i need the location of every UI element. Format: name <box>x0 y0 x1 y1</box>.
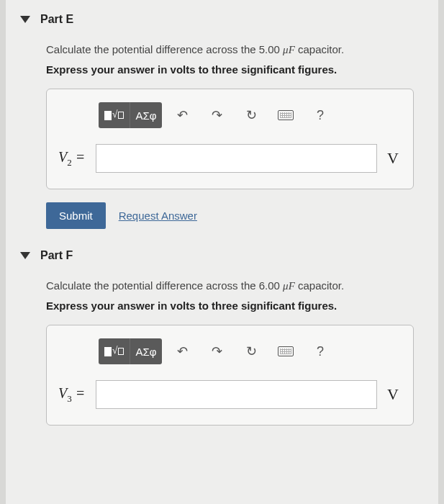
template-button[interactable]: √ <box>99 102 130 128</box>
reset-button[interactable]: ↻ <box>237 338 266 364</box>
part-f-answer-box: √ ΑΣφ ↶ ↷ ↻ ? <box>46 325 414 426</box>
reset-icon: ↻ <box>246 343 257 359</box>
unit-label: V <box>384 149 402 168</box>
collapse-icon <box>20 252 30 259</box>
undo-button[interactable]: ↶ <box>168 338 196 364</box>
template-button[interactable]: √ <box>99 338 130 364</box>
undo-button[interactable]: ↶ <box>168 102 196 128</box>
keyboard-button[interactable] <box>271 102 300 128</box>
greek-button[interactable]: ΑΣφ <box>130 102 162 128</box>
math-tools-group: √ ΑΣφ <box>99 338 162 364</box>
part-e-title: Part E <box>40 13 73 26</box>
redo-button[interactable]: ↷ <box>202 102 231 128</box>
part-e-answer-box: √ ΑΣφ ↶ ↷ ↻ ? <box>46 89 414 189</box>
question-text-post: capacitor. <box>295 279 344 292</box>
part-e-instruction: Express your answer in volts to three si… <box>46 63 414 76</box>
part-f-question: Calculate the potential difference acros… <box>46 279 414 292</box>
part-f-body: Calculate the potential difference acros… <box>6 279 438 459</box>
keyboard-button[interactable] <box>271 338 300 364</box>
reset-icon: ↻ <box>246 107 257 123</box>
part-e-body: Calculate the potential difference acros… <box>6 43 438 249</box>
request-answer-link[interactable]: Request Answer <box>119 210 197 222</box>
part-f-input-row: V3 = V <box>58 380 402 409</box>
part-e-toolbar: √ ΑΣφ ↶ ↷ ↻ ? <box>99 102 402 128</box>
part-e-question: Calculate the potential difference acros… <box>46 43 414 56</box>
part-e-header[interactable]: Part E <box>6 13 438 43</box>
question-unit: μF <box>283 44 295 55</box>
template-icon: √ <box>104 346 124 357</box>
part-f-header[interactable]: Part F <box>6 249 438 279</box>
reset-button[interactable]: ↻ <box>237 102 266 128</box>
part-f-title: Part F <box>40 249 73 262</box>
part-e-actions: Submit Request Answer <box>46 202 414 229</box>
help-button[interactable]: ? <box>306 102 335 128</box>
variable-label: V3 = <box>58 385 89 405</box>
greek-icon: ΑΣφ <box>135 109 156 122</box>
submit-button[interactable]: Submit <box>46 202 106 229</box>
question-text-pre: Calculate the potential difference acros… <box>46 43 283 55</box>
answer-input[interactable] <box>96 144 377 173</box>
keyboard-icon <box>278 110 294 120</box>
part-f-instruction: Express your answer in volts to three si… <box>46 300 414 312</box>
collapse-icon <box>20 16 30 23</box>
greek-button[interactable]: ΑΣφ <box>130 338 162 364</box>
part-f-toolbar: √ ΑΣφ ↶ ↷ ↻ ? <box>99 338 402 364</box>
answer-input[interactable] <box>96 380 377 409</box>
redo-icon: ↷ <box>212 343 222 359</box>
help-icon: ? <box>317 108 324 123</box>
redo-icon: ↷ <box>212 107 222 123</box>
greek-icon: ΑΣφ <box>135 346 156 358</box>
question-text-pre: Calculate the potential difference acros… <box>46 279 283 292</box>
undo-icon: ↶ <box>177 343 188 359</box>
variable-label: V2 = <box>58 149 89 168</box>
question-unit: μF <box>283 280 295 292</box>
help-icon: ? <box>317 344 324 359</box>
math-tools-group: √ ΑΣφ <box>99 102 162 128</box>
template-icon: √ <box>104 109 124 121</box>
unit-label: V <box>384 385 402 404</box>
undo-icon: ↶ <box>177 107 188 123</box>
help-button[interactable]: ? <box>306 338 335 364</box>
part-e-input-row: V2 = V <box>58 144 402 173</box>
page-container: Part E Calculate the potential differenc… <box>6 0 438 504</box>
keyboard-icon <box>278 346 294 356</box>
redo-button[interactable]: ↷ <box>202 338 231 364</box>
question-text-post: capacitor. <box>295 43 344 55</box>
